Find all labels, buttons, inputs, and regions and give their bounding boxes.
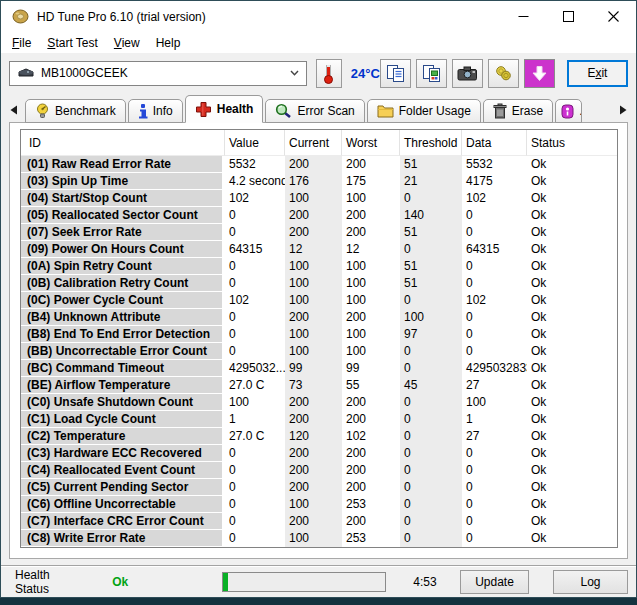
- value-cell: Ok: [527, 530, 617, 547]
- screenshot-button[interactable]: [452, 59, 483, 88]
- column-header-threshold: Threshold: [400, 130, 462, 156]
- table-row: (C7) Interface CRC Error Count020020000O…: [21, 513, 617, 530]
- tab-label: Folder Usage: [399, 104, 471, 118]
- value-cell: 99: [285, 360, 342, 377]
- health-tab-panel: IDValueCurrentWorstThresholdDataStatus (…: [9, 122, 628, 559]
- menu-file[interactable]: File: [4, 34, 39, 52]
- table-row: (05) Reallocated Sector Count02002001400…: [21, 207, 617, 224]
- camera-icon: [457, 66, 478, 81]
- tab-benchmark[interactable]: Benchmark: [25, 99, 126, 123]
- tab-error-scan[interactable]: Error Scan: [265, 99, 364, 123]
- tab-folder-usage[interactable]: Folder Usage: [367, 99, 481, 123]
- value-cell: Ok: [527, 241, 617, 258]
- toolbar: MB1000GCEEK 24°C Exit: [1, 53, 636, 93]
- menu-help[interactable]: Help: [148, 34, 189, 52]
- value-cell: 99: [342, 360, 400, 377]
- attribute-id-cell: (B4) Unknown Attribute: [21, 309, 225, 326]
- thermometer-icon: [323, 62, 334, 85]
- tab-partial[interactable]: .: [555, 99, 582, 123]
- value-cell: 200: [342, 411, 400, 428]
- table-row: (C4) Reallocated Event Count020020000Ok: [21, 462, 617, 479]
- table-row: (C5) Current Pending Sector020020000Ok: [21, 479, 617, 496]
- menu-start-test[interactable]: Start Test: [39, 34, 105, 52]
- table-row: (BE) Airflow Temperature27.0 C73554527Ok: [21, 377, 617, 394]
- attribute-id-cell: (BB) Uncorrectable Error Count: [21, 343, 225, 360]
- value-cell: Ok: [527, 377, 617, 394]
- value-cell: 0: [225, 496, 285, 513]
- value-cell: 0: [400, 343, 462, 360]
- value-cell: 5532: [225, 156, 285, 173]
- save-results-button[interactable]: [488, 59, 519, 88]
- menu-view[interactable]: View: [106, 34, 148, 52]
- value-cell: 0: [225, 445, 285, 462]
- value-cell: 12: [285, 241, 342, 258]
- tab-label: Erase: [512, 104, 543, 118]
- table-row: (C0) Unsafe Shutdown Count1002002000100O…: [21, 394, 617, 411]
- column-header-status: Status: [527, 130, 617, 156]
- value-cell: 27: [462, 377, 527, 394]
- value-cell: 100: [342, 275, 400, 292]
- exit-button[interactable]: Exit: [567, 60, 628, 87]
- value-cell: 0: [225, 326, 285, 343]
- copy-text-button[interactable]: [380, 59, 411, 88]
- value-cell: 200: [342, 462, 400, 479]
- column-header-id: ID: [21, 130, 225, 156]
- benchmark-icon: [35, 103, 50, 119]
- value-cell: 0: [225, 479, 285, 496]
- minimize-button[interactable]: [501, 1, 546, 32]
- title-bar: HD Tune Pro 6.10 (trial version): [1, 1, 636, 32]
- value-cell: 0: [400, 190, 462, 207]
- tab-info[interactable]: Info: [128, 99, 183, 123]
- value-cell: Ok: [527, 394, 617, 411]
- log-button[interactable]: Log: [553, 570, 628, 594]
- temperature-button[interactable]: [316, 59, 342, 88]
- tab-scroll-right-button[interactable]: [616, 100, 630, 120]
- maximize-button[interactable]: [546, 1, 591, 32]
- health-status-label: Health Status: [15, 568, 84, 596]
- tab-health[interactable]: Health: [185, 95, 264, 123]
- value-cell: 0: [462, 309, 527, 326]
- value-cell: Ok: [527, 258, 617, 275]
- erase-icon: [493, 103, 507, 119]
- value-cell: 100: [285, 343, 342, 360]
- value-cell: 1: [225, 411, 285, 428]
- attribute-id-cell: (03) Spin Up Time: [21, 173, 225, 190]
- value-cell: 200: [285, 513, 342, 530]
- value-cell: 0: [462, 445, 527, 462]
- column-header-current: Current: [285, 130, 342, 156]
- chevron-left-icon: [10, 105, 18, 115]
- value-cell: 0: [400, 530, 462, 547]
- attribute-id-cell: (C7) Interface CRC Error Count: [21, 513, 225, 530]
- attribute-id-cell: (05) Reallocated Sector Count: [21, 207, 225, 224]
- value-cell: 253: [342, 496, 400, 513]
- value-cell: 175: [342, 173, 400, 190]
- error-scan-icon: [275, 103, 292, 119]
- value-cell: 200: [342, 479, 400, 496]
- value-cell: Ok: [527, 496, 617, 513]
- table-row: (B8) End To End Error Detection010010097…: [21, 326, 617, 343]
- update-button[interactable]: Update: [460, 570, 529, 594]
- info-icon: [138, 103, 148, 119]
- copy-image-button[interactable]: [416, 59, 447, 88]
- tab-erase[interactable]: Erase: [483, 99, 553, 123]
- value-cell: 27.0 C: [225, 377, 285, 394]
- upload-button[interactable]: [524, 59, 555, 88]
- value-cell: Ok: [527, 224, 617, 241]
- table-row: (01) Raw Read Error Rate5532200200515532…: [21, 156, 617, 173]
- health-status-value: Ok: [112, 575, 128, 589]
- table-body: (01) Raw Read Error Rate5532200200515532…: [21, 156, 617, 547]
- close-button[interactable]: [591, 1, 636, 32]
- value-cell: 0: [400, 428, 462, 445]
- value-cell: Ok: [527, 173, 617, 190]
- hdd-icon: [17, 68, 35, 79]
- value-cell: 100: [285, 190, 342, 207]
- value-cell: 200: [285, 479, 342, 496]
- drive-selector[interactable]: MB1000GCEEK: [9, 61, 307, 86]
- attribute-id-cell: (0C) Power Cycle Count: [21, 292, 225, 309]
- value-cell: 200: [342, 207, 400, 224]
- value-cell: 0: [462, 462, 527, 479]
- value-cell: Ok: [527, 343, 617, 360]
- download-arrow-icon: [531, 65, 548, 82]
- tab-scroll-left-button[interactable]: [7, 100, 21, 120]
- tab-label: Benchmark: [55, 104, 116, 118]
